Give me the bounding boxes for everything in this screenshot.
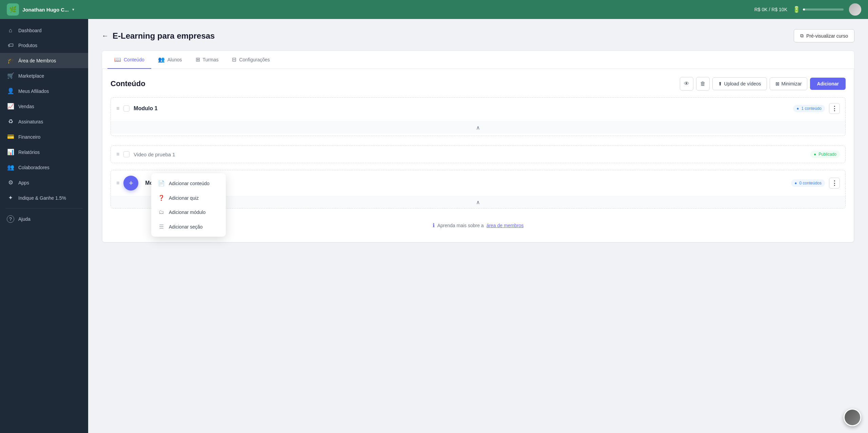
sidebar-item-label: Colaboradores <box>18 165 50 170</box>
page-title-wrap: ← E-Learning para empresas <box>102 31 215 41</box>
referral-icon: ✦ <box>7 194 14 201</box>
sidebar-item-vendas[interactable]: 📈 Vendas <box>0 99 88 114</box>
add-button[interactable]: Adicionar <box>810 78 846 90</box>
topbar-progress-bar <box>803 8 844 11</box>
topbar-brand: Jonathan Hugo C... <box>22 7 69 13</box>
sidebar-item-apps[interactable]: ⚙ Apps <box>0 175 88 190</box>
sidebar-divider <box>5 208 83 209</box>
info-icon: ℹ <box>433 222 435 229</box>
minimize-button[interactable]: ⊠ Minimizar <box>770 77 808 90</box>
content-actions: 👁 🗑 ⬆ Upload de vídeos ⊠ Minimizar <box>680 77 846 91</box>
topbar-right: R$ 0K / R$ 10K 🔋 <box>754 3 861 16</box>
eye-button[interactable]: 👁 <box>680 77 693 91</box>
tag-icon: 🏷 <box>7 42 14 49</box>
team-icon: 👥 <box>7 164 14 171</box>
module1-badge: 1 conteúdo <box>793 105 825 112</box>
topbar-logo: 🌿 <box>7 3 19 16</box>
preview-course-button[interactable]: ⧉ Pré-visualizar curso <box>794 29 854 42</box>
module-row: ≡ Modulo 1 1 conteúdo ⋮ ∧ <box>111 97 846 136</box>
sidebar-item-area-membros[interactable]: 🎓 Área de Membros <box>0 53 88 68</box>
add-module-icon: 🗂 <box>158 209 165 215</box>
sidebar-item-label: Vendas <box>18 104 34 109</box>
sidebar-item-dashboard[interactable]: ⌂ Dashboard <box>0 23 88 38</box>
back-button[interactable]: ← <box>102 32 108 40</box>
sidebar-item-produtos[interactable]: 🏷 Produtos <box>0 38 88 53</box>
bottom-avatar[interactable] <box>844 409 861 426</box>
subscriptions-icon: ♻ <box>7 118 14 125</box>
drag-handle-icon: ≡ <box>116 105 119 112</box>
add-section-icon: ☰ <box>158 223 165 230</box>
tab-configuracoes-label: Configurações <box>239 57 270 62</box>
apps-icon: ⚙ <box>7 179 14 186</box>
sidebar-item-indique[interactable]: ✦ Indique & Ganhe 1.5% <box>0 190 88 205</box>
floating-add-button[interactable]: + <box>123 176 138 191</box>
sidebar-item-label: Marketplace <box>18 73 44 79</box>
affiliate-icon: 👤 <box>7 87 14 95</box>
module2-drag-handle-icon: ≡ <box>116 180 119 186</box>
dropdown-item-add-module[interactable]: 🗂 Adicionar módulo <box>151 205 226 219</box>
dropdown-item-add-quiz[interactable]: ❓ Adicionar quiz <box>151 191 226 205</box>
upload-videos-button[interactable]: ⬆ Upload de vídeos <box>712 77 767 90</box>
dropdown-item-add-section[interactable]: ☰ Adicionar seção <box>151 219 226 234</box>
topbar-chevron-icon[interactable]: ▾ <box>72 7 74 12</box>
home-icon: ⌂ <box>7 27 14 34</box>
avatar-image <box>849 3 861 16</box>
help-icon: ? <box>7 215 14 223</box>
tab-alunos[interactable]: 👥 Alunos <box>151 51 189 69</box>
content-title: Conteúdo <box>111 79 145 88</box>
preview-icon: ⧉ <box>800 33 804 39</box>
info-link[interactable]: área de membros <box>487 223 524 228</box>
module1-collapse-button[interactable]: ∧ <box>111 121 845 134</box>
tab-turmas-label: Turmas <box>203 57 219 62</box>
module2-name: Modulo 2 <box>145 180 787 186</box>
upload-icon: ⬆ <box>718 81 722 86</box>
page-title: E-Learning para empresas <box>113 31 215 41</box>
sidebar-item-assinaturas[interactable]: ♻ Assinaturas <box>0 114 88 129</box>
dropdown-item-add-content[interactable]: 📄 Adicionar conteúdo <box>151 176 226 191</box>
minimize-label: Minimizar <box>782 81 802 86</box>
video1-checkbox[interactable] <box>123 151 130 157</box>
module1-checkbox[interactable] <box>123 105 130 112</box>
module1-options-button[interactable]: ⋮ <box>829 103 840 114</box>
tab-conteudo[interactable]: 📖 Conteúdo <box>107 51 151 69</box>
marketplace-icon: 🛒 <box>7 72 14 79</box>
tab-conteudo-icon: 📖 <box>114 56 121 63</box>
module1-add-wrap: ∧ <box>111 119 845 136</box>
module2-options-button[interactable]: ⋮ <box>829 178 840 189</box>
sidebar-item-marketplace[interactable]: 🛒 Marketplace <box>0 68 88 83</box>
tab-conteudo-label: Conteúdo <box>124 57 144 62</box>
preview-label: Pré-visualizar curso <box>806 33 848 39</box>
sidebar-item-label: Relatórios <box>18 150 40 155</box>
add-content-icon: 📄 <box>158 180 165 186</box>
trash-button[interactable]: 🗑 <box>696 77 710 91</box>
tabs-bar: 📖 Conteúdo 👥 Alunos ⊞ Turmas ⊟ Configura… <box>102 51 854 69</box>
sidebar-item-ajuda[interactable]: ? Ajuda <box>0 211 88 227</box>
topbar-revenue: R$ 0K / R$ 10K <box>754 7 787 12</box>
page-header: ← E-Learning para empresas ⧉ Pré-visuali… <box>102 29 854 42</box>
tab-turmas[interactable]: ⊞ Turmas <box>189 51 225 69</box>
dropdown-item-label: Adicionar conteúdo <box>169 181 210 186</box>
dropdown-item-label: Adicionar módulo <box>169 210 205 215</box>
reports-icon: 📊 <box>7 149 14 156</box>
sidebar: ⌂ Dashboard 🏷 Produtos 🎓 Área de Membros… <box>0 19 88 433</box>
tab-configuracoes[interactable]: ⊟ Configurações <box>225 51 276 69</box>
sidebar-item-financeiro[interactable]: 💳 Financeiro <box>0 129 88 144</box>
dropdown-menu: 📄 Adicionar conteúdo ❓ Adicionar quiz 🗂 … <box>151 173 226 237</box>
module1-header: ≡ Modulo 1 1 conteúdo ⋮ <box>111 98 845 119</box>
sidebar-item-meus-afiliados[interactable]: 👤 Meus Afiliados <box>0 83 88 99</box>
sidebar-item-colaboradores[interactable]: 👥 Colaboradores <box>0 160 88 175</box>
sales-icon: 📈 <box>7 103 14 110</box>
sidebar-item-label: Financeiro <box>18 134 40 140</box>
tab-alunos-icon: 👥 <box>158 56 165 63</box>
add-quiz-icon: ❓ <box>158 195 165 201</box>
tab-alunos-label: Alunos <box>167 57 182 62</box>
topbar-avatar[interactable] <box>849 3 861 16</box>
content-header: Conteúdo 👁 🗑 ⬆ Upload de vídeos <box>111 77 846 91</box>
sidebar-item-label: Meus Afiliados <box>18 88 49 94</box>
content-panel: Conteúdo 👁 🗑 ⬆ Upload de vídeos <box>102 69 854 242</box>
dropdown-item-label: Adicionar seção <box>169 224 203 230</box>
sidebar-item-label: Assinaturas <box>18 119 43 124</box>
main-content: ← E-Learning para empresas ⧉ Pré-visuali… <box>88 19 868 433</box>
sidebar-item-relatorios[interactable]: 📊 Relatórios <box>0 144 88 160</box>
upload-label: Upload de vídeos <box>724 81 761 86</box>
